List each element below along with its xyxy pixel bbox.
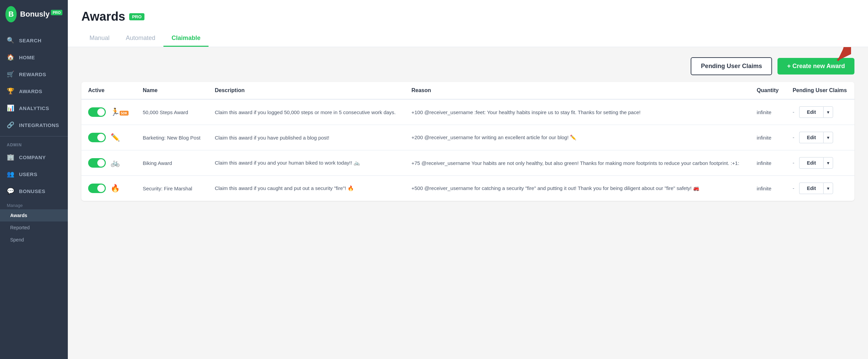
- sidebar-item-analytics[interactable]: 📊 ANALYTICS: [0, 100, 68, 117]
- tab-automated[interactable]: Automated: [118, 30, 163, 47]
- sidebar-sub-reported-label: Reported: [10, 225, 30, 230]
- name-cell-0: 50,000 Steps Award: [136, 99, 208, 125]
- col-reason: Reason: [405, 82, 750, 99]
- awards-table: Active Name Description Reason Quantity …: [81, 82, 854, 201]
- users-icon: 👥: [7, 170, 14, 178]
- desc-cell-0: Claim this award if you logged 50,000 st…: [208, 99, 405, 125]
- sidebar-sub-spend[interactable]: Spend: [0, 234, 68, 246]
- sidebar-sub-awards-label: Awards: [10, 213, 27, 218]
- pending-cell-3: - Edit ▾: [786, 176, 854, 201]
- pro-badge-title: PRO: [129, 13, 144, 20]
- page-title: Awards: [81, 9, 125, 24]
- edit-button-2[interactable]: Edit: [799, 157, 823, 169]
- quantity-cell-3: infinite: [750, 176, 786, 201]
- edit-chevron-0[interactable]: ▾: [823, 106, 833, 118]
- analytics-icon: 📊: [7, 104, 14, 112]
- active-cell-2: 🚲: [81, 150, 136, 176]
- table-body: 🏃50K 50,000 Steps Award Claim this award…: [81, 99, 854, 201]
- page-header: Awards PRO Manual Automated Claimable: [68, 0, 868, 47]
- integrations-icon: 🔗: [7, 121, 14, 129]
- sidebar-item-integrations[interactable]: 🔗 INTEGRATIONS: [0, 117, 68, 133]
- col-description: Description: [208, 82, 405, 99]
- sidebar-item-bonuses-label: BONUSES: [19, 188, 45, 194]
- name-cell-3: Security: Fire Marshal: [136, 176, 208, 201]
- toggle-3[interactable]: [88, 184, 106, 193]
- desc-cell-3: Claim this award if you caught and put o…: [208, 176, 405, 201]
- tabs-row: Manual Automated Claimable: [81, 30, 854, 47]
- pending-cell-0: - Edit ▾: [786, 99, 854, 125]
- table-row: 🚲 Biking Award Claim this award if you a…: [81, 150, 854, 176]
- tab-manual[interactable]: Manual: [81, 30, 118, 47]
- active-cell-0: 🏃50K: [81, 99, 136, 125]
- sidebar-sub-reported[interactable]: Reported: [0, 221, 68, 234]
- sidebar-item-home[interactable]: 🏠 HOME: [0, 49, 68, 66]
- content-area: Pending User Claims + Create new Award A…: [68, 47, 868, 359]
- admin-section-label: ADMIN: [0, 139, 68, 149]
- sidebar-item-company[interactable]: 🏢 COMPANY: [0, 149, 68, 166]
- toggle-1[interactable]: [88, 133, 106, 142]
- table-row: 🔥 Security: Fire Marshal Claim this awar…: [81, 176, 854, 201]
- sidebar-item-home-label: HOME: [19, 55, 35, 60]
- award-icon-0: 🏃50K: [111, 108, 129, 117]
- edit-button-0[interactable]: Edit: [799, 106, 823, 118]
- logo-area: B BonuslyPRO: [0, 0, 68, 28]
- sidebar-item-search-label: SEARCH: [19, 38, 41, 43]
- edit-button-3[interactable]: Edit: [799, 183, 823, 194]
- active-cell-3: 🔥: [81, 176, 136, 201]
- award-icon-2: 🚲: [111, 159, 120, 167]
- pending-cell-1: - Edit ▾: [786, 125, 854, 150]
- award-icon-1: ✏️: [111, 133, 120, 142]
- name-cell-1: Barketing: New Blog Post: [136, 125, 208, 150]
- edit-chevron-1[interactable]: ▾: [823, 132, 833, 143]
- award-icon-3: 🔥: [111, 184, 120, 193]
- pending-cell-2: - Edit ▾: [786, 150, 854, 176]
- edit-button-1[interactable]: Edit: [799, 132, 823, 143]
- col-active: Active: [81, 82, 136, 99]
- table-row: ✏️ Barketing: New Blog Post Claim this a…: [81, 125, 854, 150]
- sidebar-item-users[interactable]: 👥 USERS: [0, 166, 68, 183]
- sidebar-item-users-label: USERS: [19, 171, 37, 177]
- toggle-2[interactable]: [88, 158, 106, 168]
- table-header: Active Name Description Reason Quantity …: [81, 82, 854, 99]
- sidebar-item-awards-label: AWARDS: [19, 88, 42, 94]
- sidebar-sub-awards[interactable]: Awards: [0, 209, 68, 221]
- active-cell-1: ✏️: [81, 125, 136, 150]
- edit-chevron-3[interactable]: ▾: [823, 183, 833, 194]
- reason-cell-0: +100 @receiver_username :feet: Your heal…: [405, 99, 750, 125]
- reason-cell-3: +500 @receiver_username for catching a s…: [405, 176, 750, 201]
- sidebar-item-integrations-label: INTEGRATIONS: [19, 122, 59, 128]
- col-quantity: Quantity: [750, 82, 786, 99]
- edit-chevron-2[interactable]: ▾: [823, 157, 833, 169]
- content-toolbar: Pending User Claims + Create new Award: [81, 57, 854, 75]
- quantity-cell-0: infinite: [750, 99, 786, 125]
- quantity-cell-1: infinite: [750, 125, 786, 150]
- company-icon: 🏢: [7, 153, 14, 161]
- pro-badge-logo: PRO: [51, 10, 62, 15]
- quantity-cell-2: infinite: [750, 150, 786, 176]
- sidebar-divider: [0, 136, 68, 136]
- toggle-0[interactable]: [88, 107, 106, 117]
- logo-icon: B: [5, 6, 17, 22]
- desc-cell-1: Claim this award if you have published a…: [208, 125, 405, 150]
- home-icon: 🏠: [7, 54, 14, 61]
- col-name: Name: [136, 82, 208, 99]
- reason-cell-1: +200 @receiver_username for writing an e…: [405, 125, 750, 150]
- create-award-button[interactable]: + Create new Award: [777, 58, 854, 75]
- desc-cell-2: Claim this award if you and your human b…: [208, 150, 405, 176]
- sidebar-item-bonuses[interactable]: 💬 BONUSES: [0, 183, 68, 199]
- pending-claims-button[interactable]: Pending User Claims: [691, 57, 772, 75]
- sidebar-item-analytics-label: ANALYTICS: [19, 105, 49, 111]
- manage-label: Manage: [0, 199, 68, 209]
- sidebar-nav: 🔍 SEARCH 🏠 HOME 🛒 REWARDS 🏆 AWARDS 📊 ANA…: [0, 28, 68, 359]
- sidebar-item-rewards[interactable]: 🛒 REWARDS: [0, 66, 68, 83]
- search-icon: 🔍: [7, 37, 14, 44]
- sidebar-item-company-label: COMPANY: [19, 154, 46, 160]
- sidebar-sub-spend-label: Spend: [10, 237, 24, 242]
- tab-claimable[interactable]: Claimable: [163, 30, 209, 47]
- sidebar-item-search[interactable]: 🔍 SEARCH: [0, 32, 68, 49]
- col-pending: Pending User Claims: [786, 82, 854, 99]
- sidebar-item-awards[interactable]: 🏆 AWARDS: [0, 83, 68, 100]
- logo-name: BonuslyPRO: [20, 10, 62, 19]
- rewards-icon: 🛒: [7, 70, 14, 78]
- sidebar: B BonuslyPRO 🔍 SEARCH 🏠 HOME 🛒 REWARDS 🏆…: [0, 0, 68, 359]
